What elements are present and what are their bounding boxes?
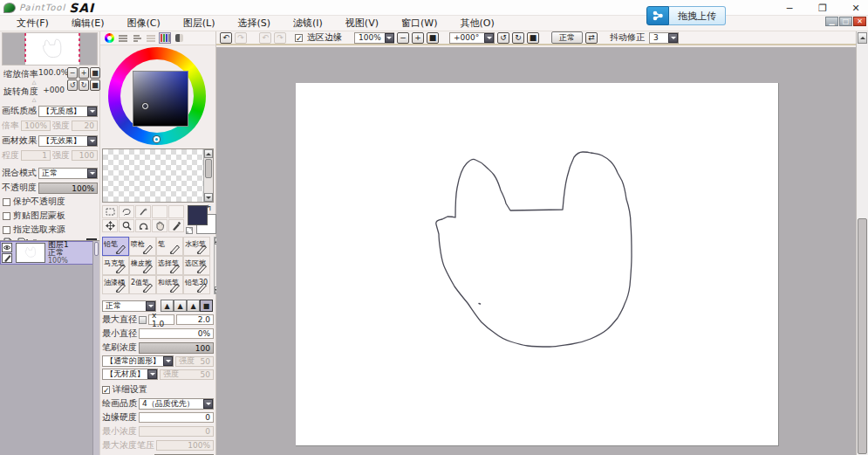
rotate-view-tool[interactable] bbox=[135, 219, 151, 232]
rgb-slider-tab-icon[interactable] bbox=[117, 32, 129, 44]
brush-density-slider[interactable]: 100 bbox=[139, 342, 214, 354]
diameter-unit-button[interactable] bbox=[139, 316, 147, 324]
menu-item[interactable]: 选择(S) bbox=[226, 16, 282, 31]
hue-cursor[interactable] bbox=[154, 136, 160, 142]
dropdown-arrow-icon[interactable] bbox=[147, 369, 157, 379]
maximize-button[interactable]: ❐ bbox=[816, 2, 830, 14]
history-back-button[interactable]: ↶ bbox=[259, 32, 271, 44]
brush-cell[interactable]: 橡皮擦 bbox=[129, 256, 156, 275]
effect-degree-value[interactable]: 1 bbox=[21, 150, 51, 161]
max-diameter-value[interactable]: 2.0 bbox=[176, 314, 214, 325]
scroll-up-icon[interactable] bbox=[858, 32, 867, 44]
navigator-thumbnail[interactable] bbox=[2, 32, 98, 65]
dropdown-arrow-icon[interactable] bbox=[146, 301, 155, 311]
diameter-multiplier[interactable]: x 1.0 bbox=[148, 314, 174, 325]
drag-upload-button[interactable]: 拖拽上传 bbox=[646, 6, 726, 25]
brush-cell[interactable]: 水彩笔 bbox=[183, 237, 210, 256]
edge-hard-button[interactable]: ▲ bbox=[187, 300, 200, 312]
dropdown-arrow-icon[interactable] bbox=[385, 33, 394, 43]
dropdown-arrow-icon[interactable] bbox=[163, 356, 173, 366]
brush-cell[interactable]: 喷枪 bbox=[129, 237, 156, 256]
inner-minimize-button[interactable]: ▁ bbox=[825, 17, 838, 26]
hand-tool[interactable] bbox=[152, 219, 167, 232]
checkbox-icon[interactable] bbox=[3, 198, 10, 206]
rect-select-tool[interactable] bbox=[102, 205, 118, 218]
history-forward-button[interactable]: ↷ bbox=[274, 32, 286, 44]
layer-opacity-slider[interactable]: 100% bbox=[38, 183, 98, 194]
zoom-tool[interactable] bbox=[119, 219, 134, 232]
eyedropper-tool[interactable] bbox=[168, 219, 184, 232]
dropdown-arrow-icon[interactable] bbox=[87, 136, 97, 146]
undo-button[interactable]: ↶ bbox=[220, 32, 232, 44]
brush-cell[interactable]: 铅笔30 bbox=[183, 275, 210, 294]
menu-item[interactable]: 窗口(W) bbox=[390, 16, 448, 31]
menu-item[interactable]: 视图(V) bbox=[334, 16, 390, 31]
redo-button[interactable]: ↷ bbox=[235, 32, 247, 44]
canvas-vertical-scrollbar[interactable] bbox=[856, 31, 868, 455]
dropdown-arrow-icon[interactable] bbox=[484, 33, 494, 43]
menu-item[interactable]: 图像(C) bbox=[115, 16, 171, 31]
advanced-settings-checkbox[interactable]: ✓ bbox=[102, 386, 110, 394]
swatches-tab-icon[interactable] bbox=[159, 32, 171, 44]
inner-maximize-button[interactable]: □ bbox=[839, 17, 852, 26]
dropdown-arrow-icon[interactable] bbox=[87, 107, 97, 116]
scratchpad-scrollbar[interactable] bbox=[203, 149, 213, 202]
paper-texture-select[interactable]: 【无质感】 bbox=[38, 106, 98, 117]
canvas-rotate-reset-button[interactable]: ■ bbox=[527, 32, 539, 44]
dropdown-arrow-icon[interactable] bbox=[87, 169, 97, 178]
layer-list-scrollbar[interactable] bbox=[92, 241, 99, 455]
brush-mode-select[interactable]: 正常 bbox=[102, 300, 156, 312]
nav-rotate-reset-button[interactable]: ■ bbox=[90, 79, 100, 91]
brush-shape-select[interactable]: 【通常的圆形】 bbox=[102, 355, 174, 367]
minimize-button[interactable]: ─ bbox=[783, 2, 796, 14]
dropdown-arrow-icon[interactable] bbox=[668, 33, 678, 43]
magic-wand-tool[interactable] bbox=[135, 205, 151, 218]
layer-option-row[interactable]: 剪贴图层蒙板 bbox=[0, 210, 99, 222]
brush-cell[interactable]: 2值笔 bbox=[129, 275, 156, 294]
texture-strength-value[interactable]: 20 bbox=[72, 121, 98, 131]
scroll-down-icon[interactable] bbox=[204, 193, 213, 202]
edge-square-button[interactable]: ■ bbox=[200, 300, 213, 312]
nav-rotate-ccw-button[interactable]: ↺ bbox=[67, 79, 78, 91]
material-effect-select[interactable]: 【无效果】 bbox=[38, 135, 98, 147]
saturation-value-square[interactable] bbox=[133, 71, 188, 127]
flip-view-button[interactable]: ⇄ bbox=[585, 32, 598, 44]
scroll-up-icon[interactable] bbox=[204, 149, 213, 158]
effect-strength-value[interactable]: 100 bbox=[72, 150, 98, 161]
menu-item[interactable]: 编辑(E) bbox=[60, 16, 116, 31]
checkbox-icon[interactable] bbox=[3, 212, 10, 220]
brush-cell[interactable]: 选区擦 bbox=[183, 256, 210, 275]
min-diameter-value[interactable]: 0% bbox=[139, 328, 214, 339]
transparent-color-icon[interactable] bbox=[186, 227, 193, 234]
canvas-workspace[interactable] bbox=[216, 47, 856, 455]
min-density-value[interactable]: 0 bbox=[139, 426, 214, 437]
texture-strength[interactable]: 强度50 bbox=[160, 369, 214, 380]
menu-item[interactable]: 图层(L) bbox=[172, 16, 227, 31]
paint-target-icon[interactable] bbox=[2, 253, 12, 263]
color-wheel[interactable] bbox=[100, 45, 215, 147]
brush-cell[interactable]: 铅笔 bbox=[102, 237, 129, 256]
scratchpad-tab-icon[interactable] bbox=[173, 32, 185, 44]
brush-cell[interactable]: 和纸笔 bbox=[156, 275, 183, 294]
layer-visibility-toggle[interactable] bbox=[2, 243, 12, 252]
nav-zoom-out-button[interactable]: − bbox=[67, 67, 78, 79]
stabilizer-select[interactable]: 3 bbox=[649, 32, 679, 44]
menu-item[interactable]: 其他(O) bbox=[448, 16, 505, 31]
angle-slider[interactable]: △ bbox=[2, 98, 66, 102]
hsv-slider-tab-icon[interactable] bbox=[131, 32, 143, 44]
color-wheel-tab-icon[interactable] bbox=[103, 32, 115, 44]
shape-strength[interactable]: 强度50 bbox=[175, 356, 214, 367]
scratchpad-area[interactable] bbox=[102, 148, 214, 203]
canvas-zoom-reset-button[interactable]: ■ bbox=[427, 32, 439, 44]
canvas-rotate-ccw-button[interactable]: ↺ bbox=[497, 32, 509, 44]
selection-edge-checkbox[interactable]: ✓ bbox=[295, 34, 303, 42]
brush-texture-select[interactable]: 【无材质】 bbox=[102, 369, 158, 380]
move-tool[interactable] bbox=[102, 219, 118, 232]
edge-soft-button[interactable]: ▲ bbox=[161, 300, 174, 312]
dropdown-arrow-icon[interactable] bbox=[203, 399, 213, 409]
view-normal-button[interactable]: 正常 bbox=[551, 31, 583, 44]
brush-cell[interactable]: 马克笔 bbox=[102, 256, 129, 275]
menu-item[interactable]: 文件(F) bbox=[5, 16, 60, 31]
max-density-pressure-value[interactable]: 100% bbox=[156, 440, 214, 451]
layer-row-selected[interactable]: 图层1 正常 100% bbox=[0, 241, 99, 265]
